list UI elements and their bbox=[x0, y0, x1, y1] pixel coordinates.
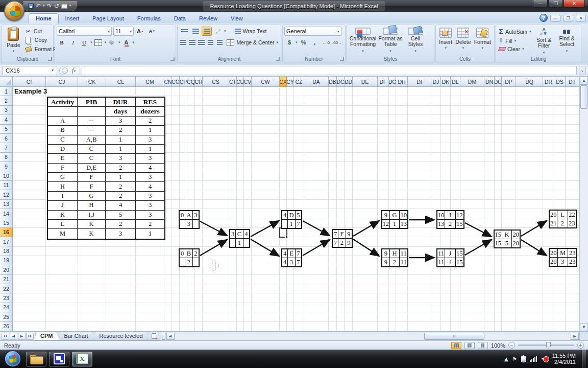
table-header-cell[interactable]: Activity bbox=[48, 98, 78, 107]
table-cell[interactable]: G bbox=[48, 173, 78, 182]
scroll-down-icon[interactable]: ▼ bbox=[580, 323, 588, 331]
table-cell[interactable]: 1 bbox=[106, 145, 136, 154]
table-cell[interactable]: 5 bbox=[106, 211, 136, 220]
table-cell[interactable]: 3 bbox=[106, 154, 136, 163]
column-header-DN[interactable]: DN bbox=[484, 77, 495, 87]
table-cell[interactable]: -- bbox=[78, 117, 106, 126]
vertical-scroll-track[interactable] bbox=[580, 109, 588, 323]
column-header-CZ[interactable]: CZ bbox=[294, 77, 304, 87]
fill-handle[interactable] bbox=[285, 236, 288, 238]
column-header-DB[interactable]: DB bbox=[329, 77, 337, 87]
cpm-node-H[interactable]: 9H119211 bbox=[381, 248, 408, 267]
top-align-button[interactable] bbox=[179, 27, 189, 36]
number-dialog-launcher[interactable] bbox=[340, 57, 344, 61]
shrink-font-button[interactable]: A▼ bbox=[147, 27, 157, 36]
ribbon-tab-view[interactable]: View bbox=[224, 14, 250, 24]
action-center-flag-icon[interactable]: ⚑ bbox=[512, 356, 517, 362]
table-cell[interactable]: 2 bbox=[136, 220, 164, 229]
zoom-slider[interactable] bbox=[518, 344, 574, 346]
column-header-DL[interactable]: DL bbox=[451, 77, 460, 87]
orientation-button[interactable]: ⤢ bbox=[213, 27, 223, 36]
row-header-11[interactable]: 11 bbox=[0, 181, 13, 190]
column-header-CR[interactable]: CR bbox=[195, 77, 203, 87]
first-sheet-icon[interactable]: ⏴⏴ bbox=[2, 333, 9, 340]
font-color-button[interactable]: A bbox=[121, 38, 132, 47]
workbook-restore-button[interactable]: ❒ bbox=[563, 15, 573, 21]
cpm-node-G[interactable]: 9G1012113 bbox=[381, 210, 408, 229]
alignment-dialog-launcher[interactable] bbox=[276, 57, 280, 61]
currency-button[interactable]: $ bbox=[284, 38, 295, 47]
table-cell[interactable]: 3 bbox=[136, 154, 164, 163]
table-cell[interactable]: 2 bbox=[106, 220, 136, 229]
column-header-DR[interactable]: DR bbox=[543, 77, 554, 87]
conditional-formatting-button[interactable]: Conditional Formatting▾ bbox=[349, 27, 377, 55]
cpm-node-C[interactable]: 3C41 bbox=[229, 229, 250, 248]
table-cell[interactable]: 3 bbox=[136, 192, 164, 201]
number-format-select[interactable]: General▾ bbox=[284, 27, 341, 36]
column-header-DA[interactable]: DA bbox=[304, 77, 329, 87]
clipboard-dialog-launcher[interactable] bbox=[48, 57, 52, 61]
row-header-19[interactable]: 19 bbox=[0, 256, 13, 265]
normal-view-button[interactable] bbox=[451, 342, 461, 349]
clear-button[interactable]: Clear▾ bbox=[498, 45, 532, 53]
column-header-CI[interactable]: CI bbox=[13, 77, 46, 87]
cell-grid[interactable]: Example 3 ActivityPIBDURRESdaysdozersA--… bbox=[13, 87, 579, 331]
table-cell[interactable]: F bbox=[78, 182, 106, 191]
table-cell[interactable]: -- bbox=[78, 126, 106, 135]
row-header-16[interactable]: 16 bbox=[0, 228, 13, 237]
office-button[interactable] bbox=[4, 1, 24, 21]
ribbon-tab-formulas[interactable]: Formulas bbox=[131, 14, 167, 24]
table-cell[interactable]: 1 bbox=[136, 145, 164, 154]
save-icon[interactable] bbox=[28, 3, 34, 9]
row-header-24[interactable]: 24 bbox=[0, 303, 13, 312]
arrow-I-K[interactable] bbox=[465, 223, 492, 237]
ribbon-tab-insert[interactable]: Insert bbox=[59, 14, 86, 24]
insert-function-area[interactable]: fx bbox=[59, 66, 80, 75]
show-desktop-button[interactable] bbox=[582, 350, 586, 368]
scroll-left-icon[interactable]: ◀ bbox=[166, 333, 175, 340]
table-header-cell[interactable]: DUR bbox=[106, 98, 136, 107]
column-header-CS[interactable]: CS bbox=[203, 77, 229, 87]
column-header-CM[interactable]: CM bbox=[136, 77, 164, 87]
workbook-close-button[interactable]: ✕ bbox=[576, 15, 586, 21]
arrow-E-F[interactable] bbox=[303, 240, 330, 256]
row-header-20[interactable]: 20 bbox=[0, 265, 13, 274]
table-cell[interactable]: G bbox=[78, 192, 106, 201]
page-break-view-button[interactable] bbox=[478, 342, 488, 349]
arrow-A-C[interactable] bbox=[200, 221, 227, 236]
arrow-J-K[interactable] bbox=[465, 240, 492, 255]
table-cell[interactable]: F bbox=[78, 173, 106, 182]
table-cell[interactable]: 2 bbox=[106, 192, 136, 201]
cpm-node-L[interactable]: 20L2221223 bbox=[549, 210, 577, 228]
table-header-cell[interactable]: RES bbox=[136, 98, 164, 107]
font-size-select[interactable]: 11▾ bbox=[113, 27, 134, 36]
column-header-DE[interactable]: DE bbox=[353, 77, 378, 87]
expand-formula-bar-icon[interactable]: ⌄ bbox=[579, 66, 586, 75]
customize-qat-icon[interactable]: ▾ bbox=[69, 4, 71, 8]
column-header-CT[interactable]: CT bbox=[229, 77, 237, 87]
borders-dropdown-icon[interactable]: ▾ bbox=[105, 40, 107, 44]
select-all-corner[interactable] bbox=[0, 77, 13, 87]
undo-dropdown-icon[interactable]: ▾ bbox=[43, 4, 45, 8]
table-cell[interactable]: 3 bbox=[136, 211, 164, 220]
horizontal-scroll-track[interactable] bbox=[175, 333, 571, 340]
table-cell[interactable]: M bbox=[48, 229, 78, 238]
row-header-10[interactable]: 10 bbox=[0, 171, 13, 180]
refresh-icon[interactable]: ↺ bbox=[54, 3, 59, 9]
close-button[interactable]: ✕ bbox=[564, 0, 585, 8]
underline-button[interactable]: U bbox=[79, 38, 89, 47]
table-cell[interactable] bbox=[78, 107, 106, 116]
next-sheet-icon[interactable]: ▶ bbox=[18, 333, 26, 340]
table-cell[interactable]: C bbox=[48, 135, 78, 145]
column-header-DG[interactable]: DG bbox=[389, 77, 396, 87]
workbook-minimize-button[interactable]: — bbox=[550, 15, 560, 21]
name-box[interactable]: CX16▾ bbox=[2, 66, 57, 75]
column-header-DO[interactable]: DO bbox=[495, 77, 502, 87]
table-cell[interactable]: I bbox=[48, 192, 78, 201]
delete-cells-button[interactable]: Delete▾ bbox=[454, 27, 472, 55]
horizontal-scroll-thumb[interactable] bbox=[424, 333, 484, 340]
column-header-CU[interactable]: CU bbox=[237, 77, 244, 87]
table-header-cell[interactable]: PIB bbox=[78, 98, 106, 107]
column-header-DJ[interactable]: DJ bbox=[431, 77, 441, 87]
table-cell[interactable]: C bbox=[78, 145, 106, 154]
